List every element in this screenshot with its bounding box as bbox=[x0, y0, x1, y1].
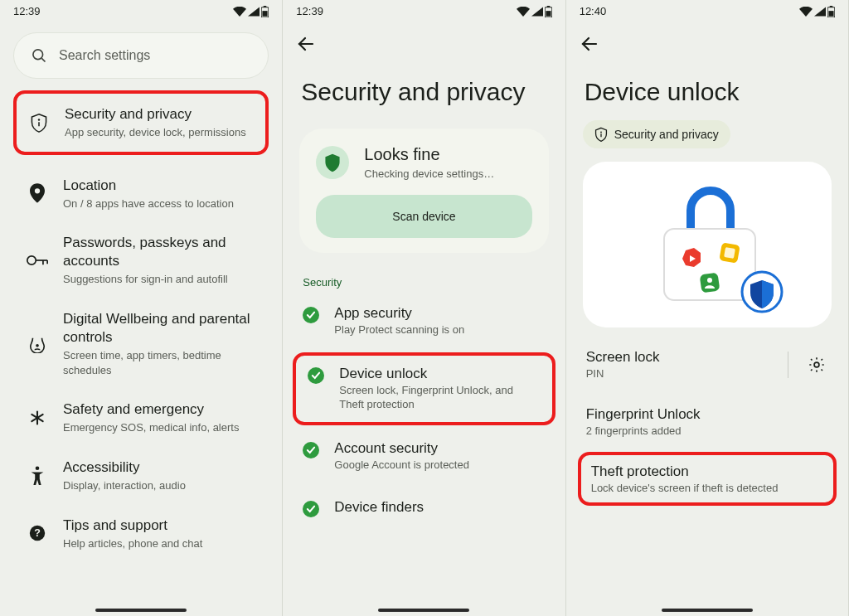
section-label-security: Security bbox=[303, 276, 545, 289]
search-settings-field[interactable]: Search settings bbox=[13, 32, 269, 79]
row-device-unlock[interactable]: Device unlock Screen lock, Fingerprint U… bbox=[296, 356, 551, 422]
settings-list: Location On / 8 apps have access to loca… bbox=[12, 162, 270, 566]
arrow-back-icon bbox=[296, 34, 316, 54]
status-text: Looks fine Checking device settings… bbox=[364, 145, 494, 180]
svg-rect-24 bbox=[828, 11, 833, 17]
highlight-security-privacy: Security and privacy App security, devic… bbox=[13, 90, 269, 155]
svg-point-34 bbox=[707, 278, 712, 283]
svg-text:?: ? bbox=[34, 528, 41, 540]
wifi-icon bbox=[517, 7, 530, 17]
row-device-finders[interactable]: Device finders bbox=[283, 486, 565, 519]
lock-illustration bbox=[624, 174, 790, 315]
clock: 12:39 bbox=[13, 5, 41, 17]
row-sub: Play Protect scanning is on bbox=[334, 323, 464, 337]
row-sub: 2 fingerprints added bbox=[586, 424, 828, 437]
security-status-card: Looks fine Checking device settings… Sca… bbox=[299, 129, 548, 253]
page-title: Device unlock bbox=[585, 77, 830, 107]
svg-point-3 bbox=[33, 50, 43, 60]
item-subtitle: App security, device lock, permissions bbox=[65, 125, 254, 140]
svg-rect-19 bbox=[546, 6, 550, 7]
gear-icon bbox=[808, 356, 826, 374]
settings-item-tips[interactable]: ? Tips and support Help articles, phone … bbox=[12, 505, 270, 563]
item-text: Security and privacy App security, devic… bbox=[65, 105, 254, 140]
row-app-security[interactable]: App security Play Protect scanning is on bbox=[283, 292, 565, 351]
svg-point-15 bbox=[36, 466, 40, 470]
scan-device-label: Scan device bbox=[392, 210, 455, 223]
item-subtitle: Suggestions for sign-in and autofill bbox=[63, 272, 255, 287]
item-title: Accessibility bbox=[63, 458, 255, 477]
scan-device-button[interactable]: Scan device bbox=[316, 195, 531, 238]
settings-item-wellbeing[interactable]: Digital Wellbeing and parental controls … bbox=[12, 298, 270, 389]
svg-rect-23 bbox=[830, 6, 833, 7]
key-icon bbox=[27, 255, 48, 266]
row-sub: Screen lock, Fingerprint Unlock, and The… bbox=[339, 384, 540, 412]
row-title: Account security bbox=[334, 440, 469, 457]
check-icon bbox=[303, 307, 319, 323]
highlight-device-unlock: Device unlock Screen lock, Fingerprint U… bbox=[293, 352, 555, 425]
phone-security-privacy: 12:39 Security and privacy Looks fine Ch… bbox=[283, 0, 565, 616]
row-title: App security bbox=[334, 305, 464, 322]
privacy-tip-icon bbox=[594, 127, 608, 142]
back-button[interactable] bbox=[296, 34, 316, 54]
nav-pill[interactable] bbox=[662, 609, 753, 612]
row-title: Fingerprint Unlock bbox=[586, 406, 828, 423]
nav-pill[interactable] bbox=[95, 609, 187, 612]
privacy-tip-icon bbox=[28, 113, 50, 133]
item-title: Security and privacy bbox=[65, 105, 254, 124]
battery-icon bbox=[261, 6, 269, 17]
settings-item-security-privacy[interactable]: Security and privacy App security, devic… bbox=[17, 97, 265, 148]
breadcrumb-chip[interactable]: Security and privacy bbox=[583, 120, 730, 148]
search-placeholder: Search settings bbox=[59, 48, 150, 63]
row-sub: Lock device's screen if theft is detecte… bbox=[591, 482, 823, 494]
page-title: Security and privacy bbox=[301, 77, 546, 107]
wifi-icon bbox=[799, 7, 813, 17]
settings-item-safety[interactable]: Safety and emergency Emergency SOS, medi… bbox=[12, 389, 270, 447]
row-sub: PIN bbox=[586, 367, 771, 380]
item-subtitle: On / 8 apps have access to location bbox=[63, 196, 255, 211]
status-icons bbox=[517, 6, 552, 17]
item-text: Safety and emergency Emergency SOS, medi… bbox=[63, 400, 255, 435]
wellbeing-icon bbox=[27, 335, 48, 353]
settings-item-location[interactable]: Location On / 8 apps have access to loca… bbox=[12, 165, 270, 223]
battery-icon bbox=[545, 6, 552, 17]
signal-icon bbox=[248, 7, 260, 17]
check-icon bbox=[308, 367, 324, 384]
item-title: Tips and support bbox=[63, 517, 255, 535]
nav-pill[interactable] bbox=[378, 609, 469, 612]
svg-point-7 bbox=[27, 256, 36, 264]
item-subtitle: Display, interaction, audio bbox=[63, 478, 255, 493]
arrow-back-icon bbox=[580, 34, 599, 54]
status-icons bbox=[233, 6, 269, 17]
help-icon: ? bbox=[27, 525, 48, 541]
accessibility-icon bbox=[27, 466, 48, 486]
device-unlock-hero bbox=[583, 162, 832, 327]
settings-item-accessibility[interactable]: Accessibility Display, interaction, audi… bbox=[12, 447, 270, 505]
clock: 12:40 bbox=[580, 5, 607, 17]
item-title: Safety and emergency bbox=[63, 400, 255, 419]
svg-rect-32 bbox=[724, 247, 735, 259]
phone-settings-root: 12:39 Search settings Security and priva… bbox=[0, 0, 283, 616]
signal-icon bbox=[531, 7, 543, 17]
item-text: Tips and support Help articles, phone an… bbox=[63, 517, 255, 551]
item-text: Accessibility Display, interaction, audi… bbox=[63, 458, 255, 493]
back-button[interactable] bbox=[580, 34, 599, 54]
screen-lock-settings-button[interactable] bbox=[805, 353, 828, 376]
svg-point-11 bbox=[36, 344, 39, 347]
row-theft-protection[interactable]: Theft protection Lock device's screen if… bbox=[581, 455, 833, 502]
svg-rect-1 bbox=[264, 6, 267, 7]
divider bbox=[788, 352, 788, 378]
row-screen-lock[interactable]: Screen lock PIN bbox=[566, 336, 848, 393]
row-fingerprint-unlock[interactable]: Fingerprint Unlock 2 fingerprints added bbox=[566, 393, 848, 450]
clock: 12:39 bbox=[296, 5, 323, 17]
item-text: Passwords, passkeys and accounts Suggest… bbox=[63, 234, 255, 287]
signal-icon bbox=[814, 7, 826, 17]
breadcrumb-label: Security and privacy bbox=[614, 128, 719, 141]
settings-item-passwords[interactable]: Passwords, passkeys and accounts Suggest… bbox=[12, 222, 270, 298]
row-account-security[interactable]: Account security Google Account is prote… bbox=[283, 427, 565, 486]
search-icon bbox=[31, 47, 47, 64]
status-bar: 12:40 bbox=[566, 0, 848, 17]
item-title: Digital Wellbeing and parental controls bbox=[63, 310, 255, 347]
status-bar: 12:39 bbox=[283, 0, 565, 17]
row-sub: Google Account is protected bbox=[334, 458, 469, 473]
status-sub: Checking device settings… bbox=[364, 167, 494, 180]
